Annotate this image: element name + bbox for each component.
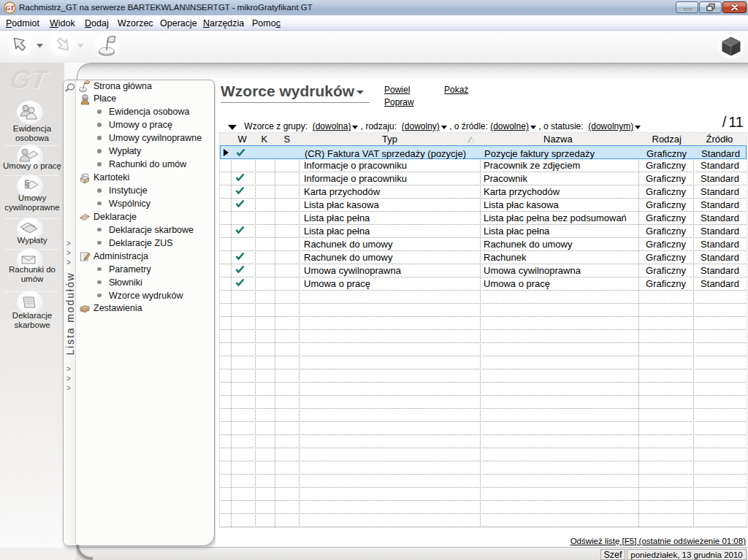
svg-text:§: §: [24, 177, 30, 189]
svg-text:GT: GT: [6, 4, 15, 12]
